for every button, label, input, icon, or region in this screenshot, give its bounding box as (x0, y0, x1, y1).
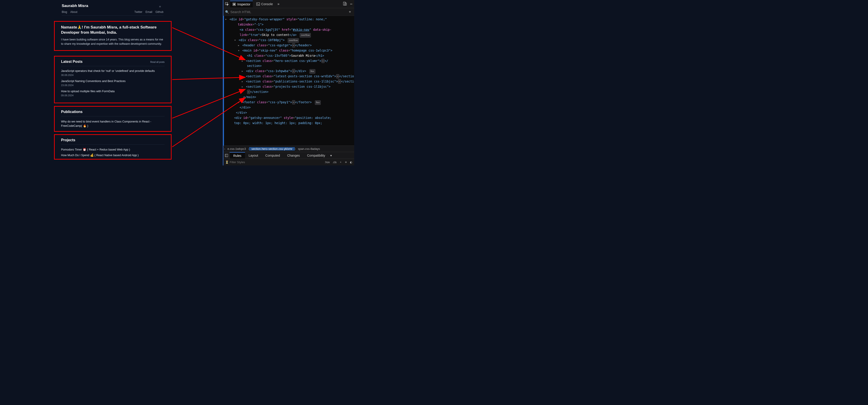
overflow-badge[interactable]: overflow (288, 38, 299, 43)
overflow-badge[interactable]: overflow (300, 33, 311, 37)
tab-compatibility[interactable]: Compatibility (303, 152, 329, 159)
filter-icon: ⏳ (225, 160, 229, 164)
flex-badge[interactable]: flex (315, 100, 321, 105)
responsive-mode-icon[interactable] (343, 2, 347, 6)
filter-styles-input[interactable] (229, 160, 322, 164)
read-all-link[interactable]: Read all posts (150, 61, 164, 63)
tab-console[interactable]: Console (254, 1, 275, 7)
svg-rect-9 (343, 2, 345, 5)
nav-about[interactable]: About (70, 10, 77, 13)
projects-heading: Projects (61, 138, 75, 142)
nav-blog[interactable]: Blog (62, 10, 67, 13)
styles-filter-row: ⏳ :hov .cls ＋ ☀ ◐ 🗎 (223, 159, 354, 165)
projects-annotation: Projects Pomodoro Timer ⏰ ( React + Redu… (54, 134, 172, 160)
nav-github[interactable]: Github (156, 10, 163, 13)
post-title[interactable]: JavaScript operators that check for 'nul… (61, 69, 164, 72)
hov-toggle[interactable]: :hov (324, 161, 330, 164)
hero-body: I have been building software since 14 y… (61, 37, 164, 46)
search-icon: 🔍 (225, 10, 229, 14)
latest-posts-annotation: Latest Posts Read all posts JavaScript o… (54, 56, 172, 103)
devtools-pane: Inspector Console » ⋯ ✕ 🔍 ＋ ▾ <div id="g… (223, 0, 354, 165)
sidebar-toggle-icon[interactable] (223, 152, 230, 159)
cls-toggle[interactable]: .cls (333, 161, 337, 164)
tab-changes[interactable]: Changes (283, 152, 303, 159)
tabs-overflow-icon[interactable]: » (277, 2, 280, 6)
publications-annotation: Publications Why do we need to bind even… (54, 106, 172, 132)
theme-toggle-icon[interactable]: ☀ (159, 5, 161, 8)
publications-heading: Publications (61, 110, 83, 114)
search-html-input[interactable] (229, 10, 346, 14)
site-title: Saurabh Misra (62, 4, 163, 8)
light-scheme-icon[interactable]: ☀ (345, 161, 347, 164)
tab-rules[interactable]: Rules (230, 152, 245, 159)
hero-heading: Namaste🙏! I'm Saurabh Misra, a full-stac… (61, 25, 164, 35)
dropdown-icon[interactable]: ▾ (329, 154, 333, 157)
rules-tabs: Rules Layout Computed Changes Compatibil… (223, 152, 354, 159)
project-item[interactable]: Pomodoro Timer ⏰ ( React + Redux based W… (61, 148, 164, 151)
dom-tree[interactable]: ▾ <div id="gatsby-focus-wrapper" style="… (223, 16, 354, 146)
tab-layout[interactable]: Layout (245, 152, 262, 159)
nav-email[interactable]: Email (146, 10, 152, 13)
html-search-row: 🔍 ＋ (223, 8, 354, 16)
meatball-menu-icon[interactable]: ⋯ (350, 2, 352, 6)
nav-twitter[interactable]: Twitter (134, 10, 142, 13)
breadcrumb-item[interactable]: e.css-1wlcpc3 (225, 147, 248, 151)
svg-rect-11 (225, 154, 228, 157)
post-date: 09.08.2024 (61, 94, 164, 97)
svg-rect-10 (345, 3, 346, 5)
publication-item[interactable]: Why do we need to bind event handlers in… (61, 120, 164, 128)
post-title[interactable]: How to upload multiple files with FormDa… (61, 90, 164, 93)
hero-section-annotation: Namaste🙏! I'm Saurabh Misra, a full-stac… (54, 21, 172, 51)
project-item[interactable]: How Much Do I Spend 💰 ( React Native bas… (61, 153, 164, 157)
tab-computed[interactable]: Computed (262, 152, 284, 159)
add-rule-icon[interactable]: ＋ (339, 160, 342, 164)
dom-breadcrumb: ‹ e.css-1wlcpc3 › section.hero-section.c… (223, 146, 354, 152)
post-title[interactable]: JavaScript Naming Conventions and Best P… (61, 80, 164, 83)
element-picker-icon[interactable] (225, 2, 229, 6)
post-date: 23.08.2024 (61, 84, 164, 87)
tab-inspector[interactable]: Inspector (230, 1, 253, 7)
svg-rect-7 (234, 4, 235, 5)
devtools-toolbar: Inspector Console » ⋯ ✕ (223, 0, 354, 8)
latest-heading: Latest Posts (61, 60, 83, 64)
breadcrumb-item[interactable]: section.hero-section.css-yklxmr (249, 147, 294, 151)
site-nav: Blog About Twitter Email Github (62, 10, 163, 15)
website-pane: Saurabh Misra Blog About Twitter Email G… (0, 0, 223, 165)
post-date: 30.08.2024 (61, 74, 164, 76)
dark-scheme-icon[interactable]: ◐ (350, 161, 352, 164)
flex-badge[interactable]: flex (309, 69, 315, 74)
add-node-icon[interactable]: ＋ (348, 9, 352, 14)
breadcrumb-item[interactable]: span.css-8adays (296, 147, 322, 151)
